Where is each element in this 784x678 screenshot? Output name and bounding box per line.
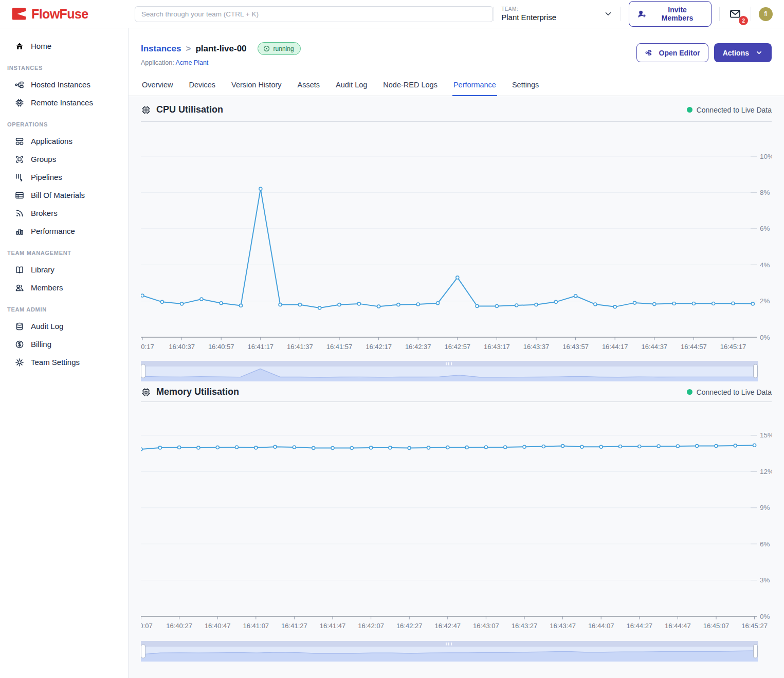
slider-grip-icon[interactable] [448, 362, 449, 365]
sidebar-item-pipelines[interactable]: Pipelines [0, 168, 128, 186]
memory-live-label: Connected to Live Data [697, 388, 772, 396]
svg-text:12%: 12% [760, 468, 772, 475]
sidebar-heading-team-admin: TEAM ADMIN [0, 297, 128, 317]
cpu-section-header: CPU Utilisation Connected to Live Data [141, 96, 772, 122]
svg-text:16:42:57: 16:42:57 [444, 343, 470, 351]
sidebar-item-label: Remote Instances [31, 98, 93, 107]
status-badge-label: running [274, 45, 294, 52]
actions-button[interactable]: Actions [714, 43, 772, 62]
sidebar-item-label: Home [31, 42, 51, 50]
svg-text:16:45:27: 16:45:27 [741, 622, 768, 630]
tab-devices[interactable]: Devices [188, 76, 216, 96]
library-icon [14, 265, 25, 275]
cpu-live-status: Connected to Live Data [687, 106, 772, 114]
memory-minimap[interactable] [141, 641, 758, 662]
svg-text:8%: 8% [760, 189, 770, 196]
sidebar-item-audit-log[interactable]: Audit Log [0, 317, 128, 335]
page-header: Instances > plant-live-00 running Applic… [129, 28, 784, 66]
memory-slider-handle-right[interactable] [754, 645, 758, 658]
sidebar-item-label: Groups [31, 155, 56, 163]
avatar[interactable]: fl [759, 7, 773, 21]
applications-icon [14, 136, 25, 146]
divider [621, 7, 621, 21]
slider-grip-icon[interactable] [451, 643, 452, 646]
breadcrumb-instances-link[interactable]: Instances [141, 44, 181, 54]
svg-text:10%: 10% [760, 153, 772, 160]
team-label: TEAM: [501, 6, 556, 12]
search-input[interactable] [135, 6, 493, 22]
x-axis: 0:0716:40:2716:40:4716:41:0716:41:2716:4… [141, 616, 768, 630]
flowfuse-logo[interactable]: FlowFuse [0, 6, 129, 22]
cpu-range-slider[interactable] [141, 361, 758, 381]
memory-series [141, 444, 756, 451]
page-actions: Open Editor Actions [636, 43, 772, 62]
tab-node-red-logs[interactable]: Node-RED Logs [382, 76, 439, 96]
sidebar-item-label: Billing [31, 340, 51, 349]
sidebar-item-label: Team Settings [31, 358, 80, 367]
sidebar-item-bill-of-materials[interactable]: Bill Of Materials [0, 186, 128, 204]
svg-text:16:43:37: 16:43:37 [523, 343, 550, 351]
cpu-slider-handle-right[interactable] [754, 364, 758, 378]
svg-text:16:44:57: 16:44:57 [681, 343, 707, 351]
live-dot-icon [687, 389, 692, 395]
cpu-slider-handle-left[interactable] [141, 364, 145, 378]
invite-members-button[interactable]: Invite Members [629, 1, 712, 27]
sidebar-item-remote-instances[interactable]: Remote Instances [0, 94, 128, 112]
sidebar-item-label: Members [31, 283, 63, 292]
billing-icon [14, 339, 25, 350]
tab-version-history[interactable]: Version History [230, 76, 283, 96]
tab-performance[interactable]: Performance [452, 76, 497, 96]
team-name: Plant Enterprise [501, 13, 556, 22]
tab-settings[interactable]: Settings [511, 76, 540, 96]
slider-grip-icon[interactable] [448, 643, 449, 646]
svg-text:3%: 3% [760, 576, 770, 584]
svg-text:9%: 9% [760, 504, 770, 511]
open-editor-button[interactable]: Open Editor [636, 43, 708, 62]
svg-text:16:44:07: 16:44:07 [588, 622, 614, 630]
slider-grip-icon[interactable] [446, 643, 447, 646]
slider-grip-icon[interactable] [446, 362, 447, 365]
slider-grip-icon[interactable] [451, 362, 452, 365]
divider [751, 7, 751, 21]
application-link[interactable]: Acme Plant [175, 59, 208, 66]
memory-chip-icon [141, 387, 151, 397]
sidebar-item-applications[interactable]: Applications [0, 132, 128, 150]
sidebar-item-home[interactable]: Home [0, 37, 128, 55]
memory-range-slider[interactable] [141, 641, 758, 662]
svg-text:6%: 6% [760, 225, 770, 232]
brokers-icon [14, 208, 25, 218]
svg-text:16:43:17: 16:43:17 [484, 343, 510, 351]
memory-chart: 0%3%6%9%12%15%0:0716:40:2716:40:4716:41:… [141, 408, 772, 633]
sidebar-item-label: Bill Of Materials [31, 191, 85, 199]
sidebar-item-hosted-instances[interactable]: Hosted Instances [0, 76, 128, 94]
memory-slider-handle-left[interactable] [141, 645, 145, 658]
tab-overview[interactable]: Overview [141, 76, 174, 96]
cpu-minimap[interactable] [141, 361, 758, 381]
svg-text:0:17: 0:17 [141, 343, 154, 351]
tab-audit-log[interactable]: Audit Log [335, 76, 368, 96]
svg-text:16:43:47: 16:43:47 [550, 622, 576, 630]
tab-assets[interactable]: Assets [297, 76, 321, 96]
sidebar-item-members[interactable]: Members [0, 279, 128, 297]
team-selector[interactable]: TEAM: Plant Enterprise [501, 6, 613, 22]
sidebar-item-billing[interactable]: Billing [0, 335, 128, 353]
sidebar-item-team-settings[interactable]: Team Settings [0, 353, 128, 371]
svg-text:16:42:07: 16:42:07 [358, 622, 384, 630]
notifications-button[interactable]: 2 [727, 7, 743, 21]
sidebar-item-label: Library [31, 265, 54, 274]
members-icon [14, 283, 25, 293]
sidebar-item-label: Applications [31, 137, 72, 145]
sidebar-item-groups[interactable]: Groups [0, 150, 128, 168]
svg-text:6%: 6% [760, 540, 770, 548]
sidebar-item-brokers[interactable]: Brokers [0, 204, 128, 222]
home-icon [14, 41, 25, 51]
x-axis: 0:1716:40:3716:40:5716:41:1716:41:3716:4… [141, 337, 746, 351]
cpu-chip-icon [141, 105, 151, 115]
svg-text:16:40:47: 16:40:47 [205, 622, 231, 630]
sidebar-item-library[interactable]: Library [0, 261, 128, 279]
grid-lines [141, 435, 757, 616]
sidebar-item-label: Performance [31, 227, 75, 235]
svg-text:16:42:27: 16:42:27 [396, 622, 423, 630]
memory-line-chart: 0%3%6%9%12%15%0:0716:40:2716:40:4716:41:… [141, 408, 772, 633]
sidebar-item-performance[interactable]: Performance [0, 222, 128, 240]
